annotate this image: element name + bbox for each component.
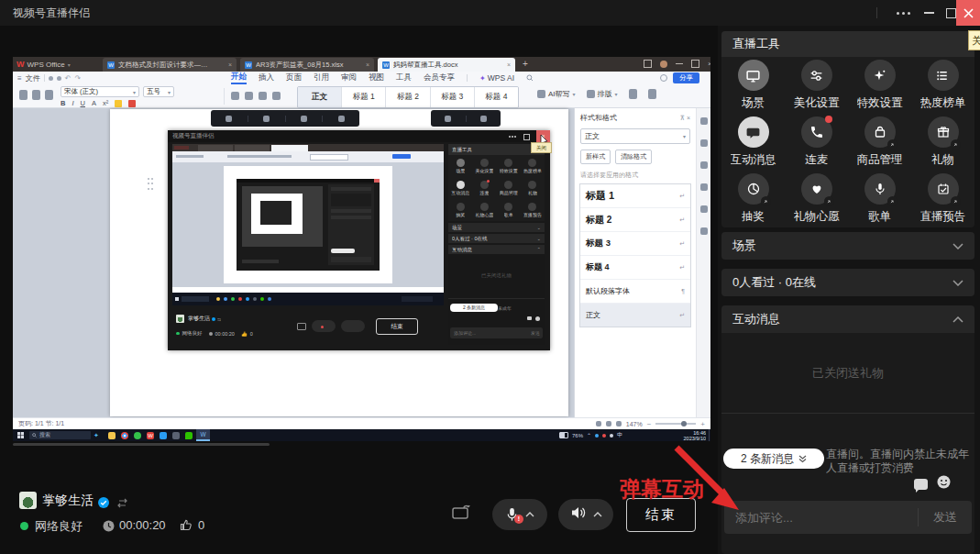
minimize-icon: [924, 12, 934, 14]
wps-share-button: 分享: [673, 72, 699, 83]
microphone-button[interactable]: !: [492, 499, 547, 530]
nested-bottom-bar: 掌够生活 ⇆ 网络良好 00:00:20 👍 0 结束: [172, 310, 444, 347]
taskbar-search: 搜索: [29, 431, 91, 439]
clock-icon: [103, 519, 115, 536]
wps-search-icon: [526, 74, 534, 82]
wps-tabbar: W WPS Office ▾ W文档格式及封面设计要求—…× WAR3资产损益表…: [13, 57, 710, 72]
microphone-icon: !: [505, 506, 519, 524]
live-tools-header: 直播工具: [732, 36, 780, 52]
external-link-icon: [951, 139, 961, 150]
close-button[interactable]: [956, 0, 980, 26]
tool-co-stream[interactable]: 连麦: [785, 114, 848, 171]
taskbar-explorer-icon: [108, 432, 116, 439]
live-tools-panel: 直播工具 场景 美化设置 特效设置 热度榜单: [721, 31, 974, 227]
taskbar-wechat-icon: [185, 432, 193, 439]
taskbar-tray: 76% ⌃ 中: [559, 431, 622, 439]
double-chevron-down-icon: [798, 455, 807, 463]
speaker-icon: [570, 505, 587, 524]
wps-font-style-buttons: BIUAx²: [61, 99, 136, 107]
taskbar-wps-icon: W: [147, 432, 154, 439]
windows-taskbar: 搜索 ✦ W W 76% ⌃ 中 16:46 2023/9/10: [13, 429, 710, 441]
wps-picture-toolbar: [211, 110, 359, 127]
tool-live-preview[interactable]: 直播预告: [911, 171, 974, 227]
mic-alert-badge: !: [514, 515, 523, 524]
new-messages-pill[interactable]: 2 条新消息: [723, 449, 824, 469]
tool-beauty-settings[interactable]: 美化设置: [785, 57, 848, 114]
taskbar-app-icon-2: [172, 432, 180, 439]
more-menu-button[interactable]: [891, 0, 915, 26]
switch-account-icon[interactable]: [116, 495, 128, 512]
phone-icon: [801, 116, 832, 148]
tool-product-management[interactable]: 商品管理: [848, 114, 911, 171]
heart-icon: [801, 173, 832, 205]
external-link-icon: [824, 196, 834, 206]
chat-panel: 已关闭送礼物 直播间。直播间内禁止未成年 人直播或打赏消费 2 条新消息 发送: [721, 333, 974, 554]
nested-app-window: 视频号直播伴侣 × 关闭: [168, 130, 550, 350]
external-link-icon: [761, 196, 771, 206]
live-tools-grid: 场景 美化设置 特效设置 热度榜单 互动消息: [721, 57, 974, 227]
bottom-bar: 掌够生活 网络良好 00:00:20 0 ! 结束: [0, 477, 718, 554]
gift-icon: [928, 116, 959, 148]
scene-section-bar[interactable]: 场景: [721, 232, 974, 260]
calendar-icon: [928, 173, 959, 205]
taskbar-qq-icon: [160, 432, 167, 439]
wps-zoom-level: 147%: [626, 421, 643, 427]
wps-doc-tab-active: W妈妈帮直播工具.docx×: [378, 58, 515, 72]
nested-stage: [172, 144, 444, 305]
preview-scrollbar[interactable]: [13, 443, 270, 446]
wps-home-tab: W WPS Office ▾: [17, 57, 71, 72]
chevron-up-icon: [525, 512, 534, 517]
annotation-label: 弹幕互动: [620, 475, 704, 504]
wps-style-dropdown: 正文▾: [580, 128, 690, 144]
tool-lottery[interactable]: 抽奖: [721, 171, 785, 227]
network-status-dot: [20, 522, 28, 530]
live-tools-sidebar: 直播工具 场景 美化设置 特效设置 热度榜单: [718, 26, 980, 554]
wps-paragraph-buttons: [231, 92, 281, 100]
messages-section-bar[interactable]: 互动消息: [721, 305, 974, 333]
thumbs-up-icon: [180, 518, 193, 535]
nested-sidebar: 直播工具 场景 美化设置 特效设置 热度榜单 互动消息 连麦 商品管理 礼物 抽…: [448, 144, 545, 347]
tool-scene[interactable]: 场景: [721, 57, 785, 114]
nested-new-messages-pill: 2 条新消息: [450, 304, 498, 312]
verified-badge-icon: [98, 495, 109, 512]
tool-interactive-messages[interactable]: 互动消息: [721, 114, 785, 171]
chevron-up-icon: [593, 512, 602, 517]
nested-close-tooltip: 关闭: [531, 142, 552, 153]
tool-heat-ranking[interactable]: 热度榜单: [911, 57, 974, 114]
tool-gifts[interactable]: 礼物: [911, 114, 974, 171]
screen-share-icon[interactable]: [451, 503, 475, 525]
tool-song-list[interactable]: 歌单: [848, 171, 911, 227]
wps-file-menu: 文件: [26, 73, 40, 83]
beauty-sliders-icon: [801, 60, 832, 91]
chat-toolbar: [914, 475, 951, 493]
maximize-icon: [946, 8, 956, 18]
chevron-up-icon: [952, 316, 963, 323]
send-button[interactable]: 发送: [919, 509, 972, 526]
tool-gift-wishes[interactable]: 礼物心愿: [785, 171, 848, 227]
speaker-button[interactable]: [558, 499, 613, 530]
close-tooltip: 关: [968, 30, 980, 50]
wps-font-select: 宋体 (正文)▾: [61, 86, 139, 97]
viewers-section-bar[interactable]: 0人看过 · 0在线: [721, 269, 974, 296]
wps-new-tab-icon: +: [523, 59, 528, 69]
tool-effects-settings[interactable]: 特效设置: [848, 57, 911, 114]
comment-bubble-icon[interactable]: [914, 479, 928, 490]
live-preview-stage: W WPS Office ▾ W文档格式及封面设计要求—…× WAR3资产损益表…: [13, 57, 710, 441]
taskbar-chrome-icon: [121, 432, 128, 439]
chevron-down-icon: [952, 243, 963, 249]
wps-ribbon-right: AI帮写▾ 排版▾: [537, 89, 656, 99]
comment-input[interactable]: [724, 511, 918, 525]
lottery-wheel-icon: [738, 173, 769, 205]
emoji-icon[interactable]: [937, 475, 951, 493]
wps-doc-tab-1: W文档格式及封面设计要求—…×: [103, 58, 237, 72]
titlebar-divider: [876, 7, 877, 18]
wps-ribbon-tabs: 开始 插入页面 引用审阅 视图工具 会员专享 ✦WPS AI: [231, 72, 534, 84]
minimize-button[interactable]: [917, 0, 941, 26]
chevron-down-icon: [952, 280, 963, 286]
chat-bubble-icon: [738, 116, 769, 148]
start-button-icon: [17, 432, 24, 438]
wps-doc-tab-2: WAR3资产损益表_08月15.xlsx×: [240, 58, 374, 72]
close-icon: [963, 8, 974, 18]
more-icon: [897, 12, 910, 15]
streamer-name: 掌够生活: [42, 493, 94, 509]
